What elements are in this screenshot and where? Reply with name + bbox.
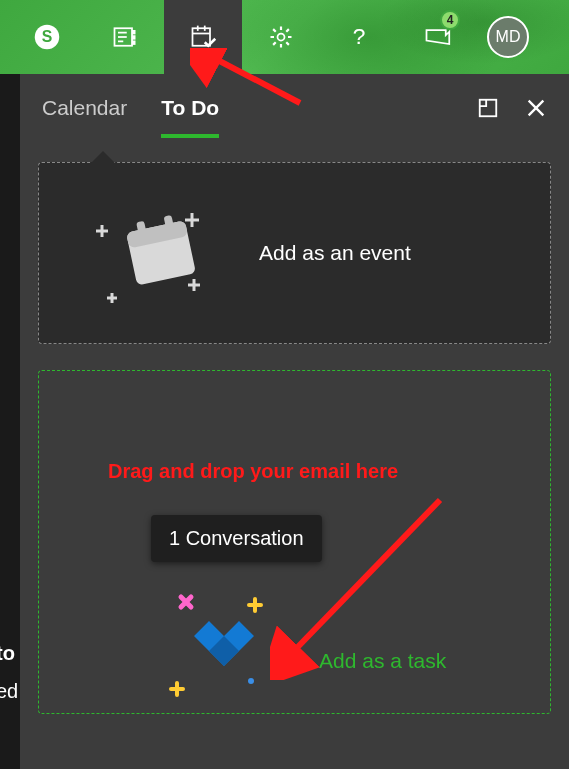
annotation-drag-hint: Drag and drop your email here	[108, 460, 398, 483]
add-task-dropzone[interactable]: 1 Conversation A	[38, 370, 551, 714]
pointer-caret	[91, 151, 115, 163]
close-icon[interactable]	[525, 97, 547, 123]
svg-rect-6	[132, 30, 136, 34]
my-day-panel: Calendar To Do	[20, 74, 569, 769]
settings-gear-icon[interactable]	[242, 0, 320, 74]
tabs: Calendar To Do	[20, 74, 569, 138]
sliver-text: to ed	[0, 634, 18, 710]
task-sparkle-icon	[159, 591, 289, 705]
tab-todo[interactable]: To Do	[161, 96, 219, 138]
drag-chip: 1 Conversation	[151, 515, 322, 562]
calendar-task-icon[interactable]	[164, 0, 242, 74]
help-icon[interactable]: ?	[320, 0, 398, 74]
add-task-label: Add as a task	[319, 649, 446, 673]
svg-point-13	[278, 34, 285, 41]
avatar-wrap: MD	[476, 0, 540, 74]
calendar-sparkle-icon	[39, 193, 259, 313]
svg-rect-7	[132, 35, 136, 39]
svg-point-38	[248, 678, 254, 684]
user-avatar[interactable]: MD	[487, 16, 529, 58]
svg-rect-5	[118, 41, 123, 43]
svg-text:?: ?	[353, 23, 366, 49]
left-sliver: to ed	[0, 74, 20, 769]
feedback-icon[interactable]: 4	[398, 0, 476, 74]
tab-calendar[interactable]: Calendar	[42, 96, 127, 138]
add-event-label: Add as an event	[259, 241, 411, 265]
onenote-feed-icon[interactable]	[86, 0, 164, 74]
svg-rect-8	[132, 41, 136, 45]
svg-rect-4	[118, 36, 127, 38]
skype-icon[interactable]: S	[8, 0, 86, 74]
add-event-dropzone[interactable]: Add as an event	[38, 162, 551, 344]
app-header: S ? 4 MD	[0, 0, 569, 74]
svg-text:S: S	[42, 28, 53, 45]
svg-rect-3	[118, 32, 127, 34]
svg-rect-15	[480, 100, 497, 117]
dock-icon[interactable]	[477, 97, 499, 123]
notification-badge: 4	[440, 10, 460, 30]
